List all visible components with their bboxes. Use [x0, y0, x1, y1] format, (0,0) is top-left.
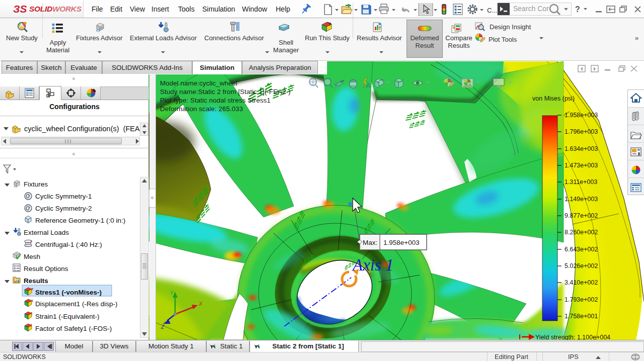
- svg-text:Cyclic Symmetry-1: Cyclic Symmetry-1: [35, 193, 92, 200]
- svg-text:1.311e+003: 1.311e+003: [565, 178, 598, 186]
- svg-text:Fixtures: Fixtures: [24, 180, 48, 188]
- svg-text:Mesh: Mesh: [24, 253, 40, 260]
- svg-text:3.410e+002: 3.410e+002: [565, 279, 598, 286]
- svg-text:External Loads: External Loads: [24, 229, 69, 236]
- svg-text:Max:: Max:: [363, 239, 377, 246]
- svg-text:1.958e+003: 1.958e+003: [383, 239, 420, 246]
- svg-text:1.793e+002: 1.793e+002: [565, 296, 598, 303]
- svg-text:Strain1 (-Equivalent-): Strain1 (-Equivalent-): [35, 313, 100, 320]
- svg-text:Stress1 (-vonMises-): Stress1 (-vonMises-): [35, 289, 102, 296]
- svg-text:Study name:Static 2 from [Stat: Study name:Static 2 from [Static 1](-FEA…: [160, 88, 291, 96]
- svg-text:5.026e+002: 5.026e+002: [565, 262, 598, 269]
- svg-text:Factor of Safety1 (-FOS-): Factor of Safety1 (-FOS-): [35, 325, 112, 332]
- svg-text:1.758e+001: 1.758e+001: [565, 313, 598, 320]
- svg-text:Results: Results: [24, 277, 48, 285]
- svg-text:C...: C...: [487, 7, 497, 14]
- svg-text:?: ?: [575, 5, 580, 14]
- svg-text:6.643e+002: 6.643e+002: [565, 246, 598, 253]
- svg-text:1.473e+003: 1.473e+003: [565, 162, 598, 169]
- svg-text:1.634e+003: 1.634e+003: [565, 145, 598, 152]
- svg-text:1.796e+003: 1.796e+003: [565, 128, 598, 135]
- svg-text:Plot type: Static nodal stress: Plot type: Static nodal stress Stress1: [160, 97, 271, 104]
- svg-text:Y: Y: [170, 290, 174, 296]
- svg-text:Deformation scale: 265.033: Deformation scale: 265.033: [160, 105, 243, 113]
- svg-text:Axis 1: Axis 1: [352, 256, 394, 274]
- svg-text:SOLIDWORKS: SOLIDWORKS: [29, 5, 82, 13]
- svg-text:Centrifugal-1 (:40 Hz:): Centrifugal-1 (:40 Hz:): [35, 241, 102, 248]
- svg-text:A: A: [366, 81, 371, 89]
- svg-text:1.149e+003: 1.149e+003: [565, 196, 598, 203]
- svg-text:Result Options: Result Options: [24, 265, 68, 273]
- svg-text:Displacement1 (-Res disp-): Displacement1 (-Res disp-): [35, 300, 118, 308]
- svg-text:Z: Z: [160, 324, 165, 330]
- svg-text:1.958e+003: 1.958e+003: [565, 112, 598, 119]
- svg-text:Model name:cyclic_wheel: Model name:cyclic_wheel: [160, 79, 237, 87]
- svg-text:Cyclic Symmetry-2: Cyclic Symmetry-2: [35, 205, 92, 212]
- svg-text:9.877e+002: 9.877e+002: [565, 212, 598, 219]
- svg-text:u: u: [31, 298, 33, 303]
- svg-text:ЗS: ЗS: [13, 3, 27, 15]
- svg-text:Reference Geometry-1 (:0 in:): Reference Geometry-1 (:0 in:): [35, 217, 125, 224]
- svg-text:Yield strength: 1.100e+004: Yield strength: 1.100e+004: [535, 334, 610, 340]
- svg-text:ε: ε: [31, 311, 33, 315]
- svg-text:8.260e+002: 8.260e+002: [565, 229, 598, 236]
- svg-text:X: X: [198, 301, 203, 307]
- svg-text:σ: σ: [31, 287, 34, 291]
- svg-text:!: !: [31, 323, 32, 327]
- svg-text:von Mises (psi): von Mises (psi): [532, 95, 575, 102]
